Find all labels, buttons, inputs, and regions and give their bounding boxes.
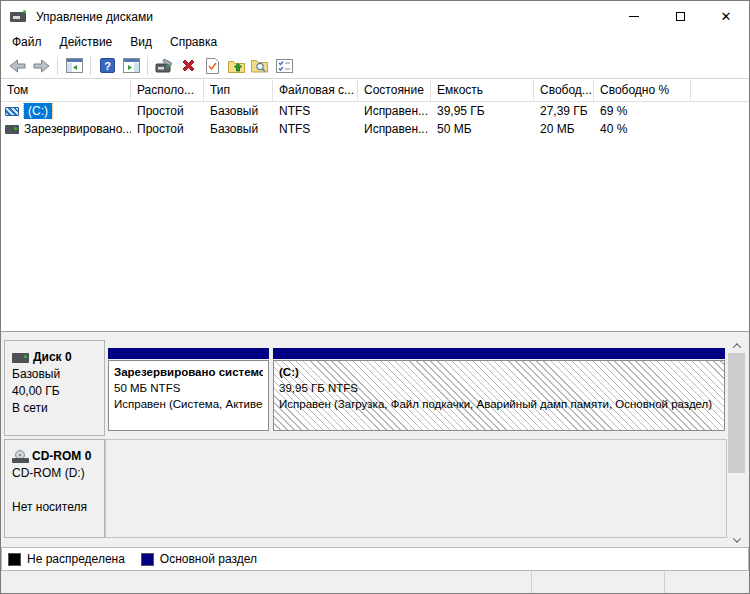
window-title: Управление дисками [36, 10, 153, 24]
title-bar: Управление дисками ✕ [1, 1, 749, 32]
partition-status: Исправен (Загрузка, Файл подкачки, Авари… [279, 396, 719, 412]
partition-color-bar [108, 348, 269, 359]
disk0-panel[interactable]: Диск 0 Базовый 40,00 ГБ В сети [4, 340, 105, 436]
toolbar-separator [147, 57, 148, 75]
disk0-type: Базовый [12, 366, 104, 383]
toolbar-separator [57, 57, 58, 75]
forward-button[interactable] [29, 55, 53, 77]
help-button[interactable]: ? [95, 55, 119, 77]
chevron-down-icon [732, 534, 740, 542]
status-pane [1, 571, 532, 594]
status-bar [1, 571, 749, 594]
cdrom-media-area [105, 439, 727, 538]
minimize-icon [629, 16, 639, 17]
legend-unallocated-label: Не распределена [27, 552, 125, 566]
partition-color-bar [273, 348, 725, 359]
show-action-pane-button[interactable] [119, 55, 143, 77]
partition-c[interactable]: (C:) 39,95 ГБ NTFS Исправен (Загрузка, Ф… [273, 348, 725, 432]
volume-list: Том Располо... Тип Файловая с... Состоян… [1, 80, 749, 331]
show-console-tree-button[interactable] [62, 55, 86, 77]
checklist-button[interactable] [272, 55, 296, 77]
checklist-icon [276, 59, 293, 73]
menu-file[interactable]: Файл [3, 32, 51, 53]
help-icon: ? [100, 58, 115, 73]
toolbar: ? [1, 53, 749, 79]
cell-free: 27,39 ГБ [534, 104, 594, 118]
menu-view[interactable]: Вид [121, 32, 161, 53]
disk-tool-icon [155, 58, 174, 73]
properties-button[interactable] [200, 55, 224, 77]
minimize-button[interactable] [611, 1, 657, 32]
column-header-free[interactable]: Свобод... [534, 80, 594, 101]
vertical-scrollbar[interactable] [728, 338, 745, 547]
primary-partition-swatch [141, 553, 154, 566]
menu-bar: Файл Действие Вид Справка [1, 32, 749, 53]
column-header-layout[interactable]: Располо... [131, 80, 204, 101]
volume-drive-icon [5, 125, 19, 134]
cell-capacity: 39,95 ГБ [431, 104, 534, 118]
column-header-free-pct[interactable]: Свободно % [594, 80, 691, 101]
volume-name-selected: (C:) [24, 103, 52, 119]
menu-action[interactable]: Действие [51, 32, 122, 53]
table-row[interactable]: Зарезервировано... Простой Базовый NTFS … [1, 120, 749, 138]
disk0-size: 40,00 ГБ [12, 383, 104, 400]
volume-list-header: Том Располо... Тип Файловая с... Состоян… [1, 80, 749, 102]
disk0-partitions: Зарезервировано системой 50 МБ NTFS Испр… [105, 340, 727, 436]
column-header-filler [691, 80, 749, 101]
scroll-up-button[interactable] [728, 338, 745, 353]
partition-label: (C:) [279, 364, 719, 380]
disk-management-window: Управление дисками ✕ Файл Действие Вид С… [0, 0, 750, 594]
menu-help[interactable]: Справка [161, 32, 226, 53]
close-button[interactable]: ✕ [703, 1, 749, 32]
cell-type: Базовый [204, 122, 273, 136]
forward-arrow-icon [33, 59, 50, 73]
column-header-type[interactable]: Тип [204, 80, 273, 101]
cell-layout: Простой [131, 104, 204, 118]
folder-up-button[interactable] [224, 55, 248, 77]
column-header-status[interactable]: Состояние [358, 80, 431, 101]
delete-button[interactable] [176, 55, 200, 77]
partition-size: 39,95 ГБ NTFS [279, 380, 719, 396]
status-pane [532, 571, 665, 594]
cdrom-name: CD-ROM 0 [32, 448, 91, 465]
back-button[interactable] [5, 55, 29, 77]
column-header-capacity[interactable]: Емкость [431, 80, 534, 101]
cell-filesystem: NTFS [273, 122, 358, 136]
partition-status: Исправен (Система, Активен, Основной раз… [114, 396, 263, 412]
check-document-icon [206, 58, 219, 74]
scroll-down-button[interactable] [728, 532, 745, 547]
cdrom-status: Нет носителя [12, 499, 104, 516]
folder-search-button[interactable] [248, 55, 272, 77]
column-header-filesystem[interactable]: Файловая с... [273, 80, 358, 101]
cell-filesystem: NTFS [273, 104, 358, 118]
cell-type: Базовый [204, 104, 273, 118]
column-header-volume[interactable]: Том [1, 80, 131, 101]
legend-primary-label: Основной раздел [160, 552, 257, 566]
graphical-view: Диск 0 Базовый 40,00 ГБ В сети Зарезерви… [1, 338, 749, 547]
volume-drive-icon [5, 107, 19, 116]
chevron-up-icon [732, 343, 740, 351]
disk0-status: В сети [12, 400, 104, 417]
pane-splitter[interactable] [1, 331, 749, 338]
disk-tool-button[interactable] [152, 55, 176, 77]
action-pane-icon [123, 58, 140, 73]
unallocated-swatch [8, 553, 21, 566]
cell-status: Исправен... [358, 122, 431, 136]
toolbar-separator [90, 57, 91, 75]
cell-capacity: 50 МБ [431, 122, 534, 136]
console-tree-icon [66, 58, 83, 73]
back-arrow-icon [9, 59, 26, 73]
scrollbar-thumb[interactable] [728, 353, 745, 473]
table-row[interactable]: (C:) Простой Базовый NTFS Исправен... 39… [1, 102, 749, 120]
cd-rom-icon [12, 450, 29, 463]
hard-disk-icon [12, 353, 29, 363]
cdrom-panel[interactable]: CD-ROM 0 CD-ROM (D:) Нет носителя [4, 439, 105, 538]
cell-layout: Простой [131, 122, 204, 136]
partition-system-reserved[interactable]: Зарезервировано системой 50 МБ NTFS Испр… [108, 348, 269, 432]
volume-name: Зарезервировано... [24, 122, 131, 136]
cell-free-pct: 40 % [594, 122, 691, 136]
close-icon: ✕ [721, 9, 732, 24]
disk0-name: Диск 0 [33, 349, 72, 366]
maximize-button[interactable] [657, 1, 703, 32]
legend-bar: Не распределена Основной раздел [1, 547, 749, 571]
